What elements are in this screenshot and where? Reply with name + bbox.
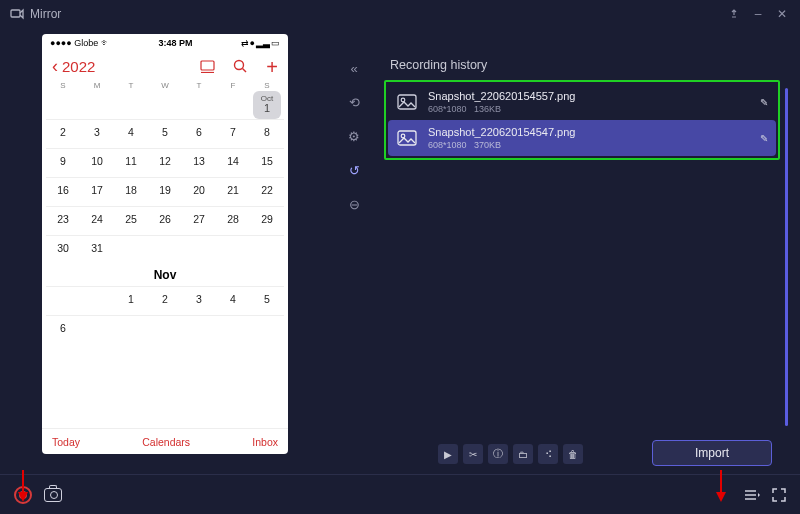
history-icon[interactable]: ↺ [344, 160, 364, 180]
info-icon[interactable]: ⓘ [488, 444, 508, 464]
wifi-icon: ᯤ [101, 38, 110, 48]
list-toggle-icon[interactable] [744, 488, 760, 502]
calendar-header: ‹ 2022 + [42, 50, 288, 81]
close-icon[interactable]: ✕ [774, 6, 790, 22]
day-cell[interactable]: 1 [114, 286, 148, 315]
day-cell[interactable]: 16 [46, 177, 80, 206]
svg-rect-7 [398, 131, 416, 145]
day-cell[interactable]: 6 [182, 119, 216, 148]
app-logo-icon [10, 7, 24, 21]
collapse-icon[interactable]: « [344, 58, 364, 78]
cut-icon[interactable]: ✂ [463, 444, 483, 464]
settings-icon[interactable]: ⚙ [344, 126, 364, 146]
day-cell[interactable]: 25 [114, 206, 148, 235]
day-cell[interactable]: 23 [46, 206, 80, 235]
phone-time: 3:48 PM [110, 38, 240, 48]
svg-point-8 [401, 134, 405, 138]
panel-title: Recording history [384, 58, 780, 72]
side-toolbar: « ⟲ ⚙ ↺ ⊖ [330, 28, 378, 474]
day-cell[interactable]: 3 [182, 286, 216, 315]
scrollbar[interactable] [785, 88, 788, 426]
calendar-year[interactable]: 2022 [62, 58, 95, 75]
folder-icon[interactable]: 🗀 [513, 444, 533, 464]
weekday-header: SMTWTFS [42, 81, 288, 90]
day-cell[interactable]: 17 [80, 177, 114, 206]
day-cell[interactable]: 10 [80, 148, 114, 177]
day-cell[interactable]: 26 [148, 206, 182, 235]
share-icon[interactable]: ⠪ [538, 444, 558, 464]
image-icon [396, 93, 418, 111]
day-cell[interactable]: 15 [250, 148, 284, 177]
add-icon[interactable]: + [266, 61, 278, 73]
phone-status-right: ⇄●▂▃▭ [241, 38, 280, 48]
day-cell[interactable]: 19 [148, 177, 182, 206]
svg-rect-1 [201, 61, 214, 70]
inbox-button[interactable]: Inbox [252, 436, 278, 448]
phone-status-bar: ●●●● Globe ᯤ 3:48 PM ⇄●▂▃▭ [42, 34, 288, 50]
recording-history-panel: Recording history Snapshot_220620154557.… [378, 28, 800, 474]
remove-icon[interactable]: ⊖ [344, 194, 364, 214]
history-highlight-box: Snapshot_220620154557.png 608*1080 136KB… [384, 80, 780, 160]
day-cell[interactable]: 18 [114, 177, 148, 206]
svg-line-4 [243, 69, 247, 73]
edit-icon[interactable]: ✎ [760, 133, 768, 144]
carrier-label: ●●●● Globe [50, 38, 98, 48]
search-icon[interactable] [233, 59, 248, 74]
day-cell[interactable]: 27 [182, 206, 216, 235]
svg-rect-5 [398, 95, 416, 109]
day-cell[interactable]: 8 [250, 119, 284, 148]
import-button[interactable]: Import [652, 440, 772, 466]
day-cell[interactable]: 30 [46, 235, 80, 264]
history-item-name: Snapshot_220620154547.png [428, 126, 750, 138]
history-item-name: Snapshot_220620154557.png [428, 90, 750, 102]
day-cell[interactable]: 21 [216, 177, 250, 206]
calendar-footer: Today Calendars Inbox [42, 428, 288, 454]
day-cell[interactable]: 11 [114, 148, 148, 177]
calendar-grid: Oct1 2345678 9101112131415 1617181920212… [42, 90, 288, 428]
history-toolbar: ▶ ✂ ⓘ 🗀 ⠪ 🗑 [438, 444, 583, 464]
day-cell[interactable]: 4 [114, 119, 148, 148]
day-cell[interactable]: 5 [250, 286, 284, 315]
view-mode-icon[interactable] [200, 60, 215, 73]
fullscreen-icon[interactable] [772, 488, 786, 502]
refresh-icon[interactable]: ⟲ [344, 92, 364, 112]
window-controls: – ✕ [726, 6, 790, 22]
day-cell[interactable]: 24 [80, 206, 114, 235]
history-item[interactable]: Snapshot_220620154557.png 608*1080 136KB… [388, 84, 776, 120]
minimize-icon[interactable]: – [750, 6, 766, 22]
day-cell[interactable]: 6 [46, 315, 80, 344]
calendars-button[interactable]: Calendars [80, 436, 252, 448]
month-badge-oct[interactable]: Oct1 [250, 90, 284, 119]
day-cell[interactable]: 14 [216, 148, 250, 177]
today-button[interactable]: Today [52, 436, 80, 448]
mirrored-phone-screen: ●●●● Globe ᯤ 3:48 PM ⇄●▂▃▭ ‹ 2022 + SMTW… [42, 34, 288, 454]
history-item[interactable]: Snapshot_220620154547.png 608*1080 370KB… [388, 120, 776, 156]
day-cell[interactable]: 29 [250, 206, 284, 235]
day-cell[interactable]: 4 [216, 286, 250, 315]
day-cell[interactable]: 9 [46, 148, 80, 177]
day-cell[interactable]: 3 [80, 119, 114, 148]
phone-mirror-pane: ●●●● Globe ᯤ 3:48 PM ⇄●▂▃▭ ‹ 2022 + SMTW… [0, 28, 330, 474]
edit-icon[interactable]: ✎ [760, 97, 768, 108]
day-cell[interactable]: 20 [182, 177, 216, 206]
day-cell[interactable]: 12 [148, 148, 182, 177]
bottom-bar [0, 474, 800, 514]
day-cell[interactable]: 22 [250, 177, 284, 206]
back-chevron-icon[interactable]: ‹ [52, 56, 58, 77]
svg-point-3 [235, 61, 244, 70]
play-icon[interactable]: ▶ [438, 444, 458, 464]
day-cell[interactable]: 5 [148, 119, 182, 148]
day-cell[interactable]: 28 [216, 206, 250, 235]
day-cell[interactable]: 13 [182, 148, 216, 177]
month-label-nov: Nov [46, 264, 284, 286]
day-cell[interactable]: 31 [80, 235, 114, 264]
delete-icon[interactable]: 🗑 [563, 444, 583, 464]
svg-rect-0 [11, 10, 20, 17]
day-cell[interactable]: 7 [216, 119, 250, 148]
day-cell[interactable]: 2 [148, 286, 182, 315]
pin-icon[interactable] [726, 6, 742, 22]
app-title: Mirror [30, 7, 61, 21]
day-cell[interactable]: 2 [46, 119, 80, 148]
snapshot-button[interactable] [44, 488, 62, 502]
image-icon [396, 129, 418, 147]
